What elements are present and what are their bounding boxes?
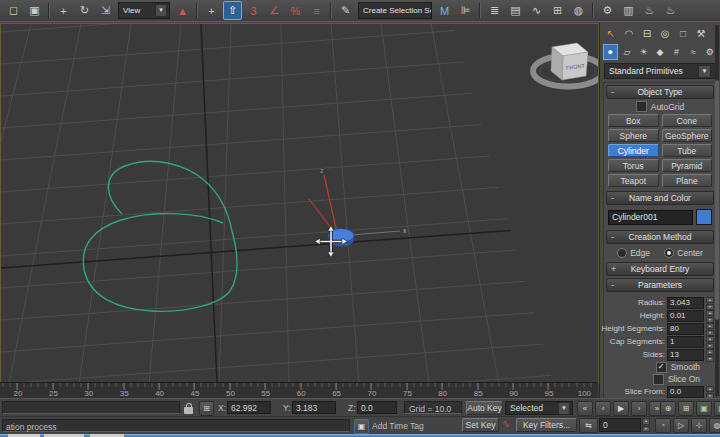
render-setup-icon[interactable]: ⚙ xyxy=(598,1,617,20)
object-name-field[interactable]: Cylinder001 xyxy=(608,210,693,225)
slice-on-checkbox[interactable] xyxy=(653,374,664,385)
collapse-icon[interactable]: - xyxy=(611,87,614,97)
hierarchy-tab[interactable]: ⊟ xyxy=(639,25,655,41)
spinner[interactable]: ▴▾ xyxy=(706,297,714,309)
zoom-extents-icon[interactable]: ▣ xyxy=(696,401,712,416)
zoom-extents-all-icon[interactable]: ▦ xyxy=(714,401,720,416)
object-type-button-plane[interactable]: Plane xyxy=(662,174,713,187)
object-type-button-teapot[interactable]: Teapot xyxy=(608,174,659,187)
parameter-value-field[interactable]: 1 xyxy=(667,336,704,348)
keyboard-entry-rollout-header[interactable]: + Keyboard Entry xyxy=(606,262,714,276)
perspective-viewport[interactable]: z x xyxy=(0,23,599,383)
key-mode-toggle-icon[interactable]: ⇆ xyxy=(579,418,598,433)
auto-key-button[interactable]: Auto Key xyxy=(466,401,503,415)
scrollbar-thumb[interactable] xyxy=(715,80,719,320)
schematic-view-icon[interactable]: ⊞ xyxy=(548,1,567,20)
select-and-manipulate-icon[interactable]: + xyxy=(202,1,221,20)
shapes-category[interactable]: ▱ xyxy=(620,44,635,60)
autogrid-checkbox[interactable] xyxy=(636,101,647,112)
object-type-rollout-header[interactable]: - Object Type xyxy=(606,85,714,99)
spinner-down-icon[interactable]: ▾ xyxy=(706,356,714,362)
zoom-all-icon[interactable]: ⊞ xyxy=(678,401,694,416)
z-coord-field[interactable]: 0.0 xyxy=(357,401,397,414)
next-frame-button[interactable]: › xyxy=(631,401,647,416)
rendered-frame-window-icon[interactable]: ▥ xyxy=(619,1,638,20)
panel-scrollbar[interactable] xyxy=(715,25,719,396)
create-tab[interactable]: ↖ xyxy=(603,25,619,41)
spinner[interactable]: ▴▾ xyxy=(706,386,714,398)
collapse-icon[interactable]: - xyxy=(611,193,614,203)
percent-snap-icon[interactable]: % xyxy=(286,1,305,20)
window-crossing-toggle-icon[interactable]: ▣ xyxy=(25,1,44,20)
object-type-button-geosphere[interactable]: GeoSphere xyxy=(662,129,713,142)
reference-coordinate-dropdown[interactable]: View▼ xyxy=(118,2,170,19)
primitive-type-dropdown[interactable]: Standard Primitives ▼ xyxy=(604,63,716,79)
spinner[interactable]: ▴▾ xyxy=(706,323,714,335)
named-selection-set-dropdown[interactable]: Create Selection Se▼ xyxy=(358,2,432,19)
chevron-down-icon[interactable]: ▼ xyxy=(155,4,167,17)
use-pivot-center-icon[interactable]: ▲ xyxy=(173,1,192,20)
pan-icon[interactable]: ⊹ xyxy=(691,418,707,433)
spinner[interactable]: ▴▾ xyxy=(706,336,714,348)
y-coord-field[interactable]: 3.183 xyxy=(292,401,336,414)
key-filters-button[interactable]: Key Filters... xyxy=(516,418,577,432)
maxscript-mini-listener[interactable] xyxy=(2,401,180,414)
key-filter-set-dropdown[interactable]: Selected ▼ xyxy=(505,401,573,415)
curve-editor-icon[interactable]: ∿ xyxy=(527,1,546,20)
absolute-offset-toggle-icon[interactable]: ⊞ xyxy=(199,401,214,416)
parameter-value-field[interactable]: 3.043 xyxy=(667,297,704,309)
collapse-icon[interactable]: - xyxy=(611,232,614,242)
edge-radio[interactable]: Edge xyxy=(617,248,650,258)
current-frame-field[interactable]: 0 xyxy=(599,418,641,432)
frame-spinner[interactable]: ▴▾ xyxy=(642,418,650,432)
graphite-ribbon-icon[interactable]: ▤ xyxy=(506,1,525,20)
parameter-value-field[interactable]: 80 xyxy=(667,323,704,335)
chevron-down-icon[interactable]: ▼ xyxy=(698,65,711,78)
align-icon[interactable]: ⊫ xyxy=(456,1,475,20)
parameter-value-field[interactable]: 0.01 xyxy=(667,310,704,322)
object-type-button-box[interactable]: Box xyxy=(608,114,659,127)
utilities-tab[interactable]: ⚒ xyxy=(693,25,709,41)
lights-category[interactable]: ☀ xyxy=(636,44,651,60)
parameter-value-field[interactable]: 13 xyxy=(667,349,704,361)
edit-named-selection-sets-icon[interactable]: ✎ xyxy=(336,1,355,20)
spinner-snap-icon[interactable]: ≡ xyxy=(307,1,326,20)
expand-icon[interactable]: + xyxy=(611,264,616,274)
layer-manager-icon[interactable]: ≣ xyxy=(485,1,504,20)
snap-3d-icon[interactable]: 3 xyxy=(244,1,263,20)
name-and-color-rollout-header[interactable]: - Name and Color xyxy=(606,191,714,205)
spinner-down-icon[interactable]: ▾ xyxy=(642,426,650,433)
spinner-up-icon[interactable]: ▴ xyxy=(706,310,714,316)
add-time-tag-label[interactable]: Add Time Tag xyxy=(372,419,424,433)
spinner-up-icon[interactable]: ▴ xyxy=(706,349,714,355)
collapse-icon[interactable]: - xyxy=(611,280,614,290)
material-editor-icon[interactable]: ◍ xyxy=(569,1,588,20)
rectangular-selection-region-icon[interactable]: ◻ xyxy=(4,1,23,20)
object-type-button-cone[interactable]: Cone xyxy=(662,114,713,127)
helpers-category[interactable]: # xyxy=(669,44,684,60)
object-type-button-cylinder[interactable]: Cylinder xyxy=(608,144,659,157)
x-coord-field[interactable]: 62.992 xyxy=(227,401,271,414)
spinner-up-icon[interactable]: ▴ xyxy=(706,297,714,303)
spinner[interactable]: ▴▾ xyxy=(706,310,714,322)
center-radio[interactable]: Center xyxy=(664,248,703,258)
time-tag-icon[interactable]: ▣ xyxy=(354,419,369,434)
display-tab[interactable]: □ xyxy=(675,25,691,41)
motion-tab[interactable]: ◎ xyxy=(657,25,673,41)
viewport-canvas[interactable]: z x xyxy=(1,24,598,382)
selection-lock-icon[interactable] xyxy=(184,405,193,416)
geometry-category[interactable]: ● xyxy=(603,44,618,60)
spinner-up-icon[interactable]: ▴ xyxy=(706,386,714,392)
spinner-up-icon[interactable]: ▴ xyxy=(642,418,650,425)
time-configuration-icon[interactable]: ◔ xyxy=(655,418,671,433)
field-of-view-icon[interactable]: ▷ xyxy=(673,418,689,433)
go-to-start-button[interactable]: « xyxy=(577,401,593,416)
object-color-swatch[interactable] xyxy=(696,209,712,225)
select-and-rotate-icon[interactable]: ↻ xyxy=(75,1,94,20)
select-and-move-icon[interactable]: + xyxy=(54,1,73,20)
object-type-button-pyramid[interactable]: Pyramid xyxy=(662,159,713,172)
spinner[interactable]: ▴▾ xyxy=(706,349,714,361)
angle-snap-icon[interactable]: ∠ xyxy=(265,1,284,20)
creation-method-rollout-header[interactable]: - Creation Method xyxy=(606,230,714,244)
zoom-icon[interactable]: ⊕ xyxy=(660,401,676,416)
